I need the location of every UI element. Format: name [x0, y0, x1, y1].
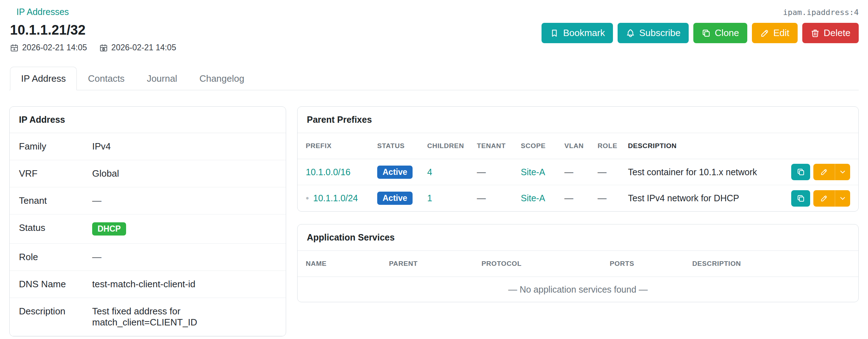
description-cell: Test IPv4 network for DHCP: [628, 193, 782, 203]
column-header: DESCRIPTION: [628, 142, 782, 150]
description-cell: Test container for 10.1.x network: [628, 167, 782, 177]
prefix-row: 10.1.0.0/16 Active 4 — Site-A — — Test c…: [298, 159, 858, 185]
attr-value: IPv4: [92, 141, 276, 152]
copy-icon: [797, 194, 805, 203]
attr-value: Global: [92, 168, 276, 179]
attr-row-dns-name: DNS Name test-match-client-client-id: [10, 271, 286, 298]
attr-label: Description: [19, 306, 92, 328]
breadcrumb[interactable]: IP Addresses: [16, 6, 69, 17]
tab-bar: IP Address Contacts Journal Changelog: [9, 67, 859, 90]
tab-contacts[interactable]: Contacts: [77, 67, 136, 90]
attr-value: —: [92, 195, 276, 206]
page-header: 10.1.1.21/32 2026-02-21 14:05 2026-02-21…: [0, 17, 868, 52]
clone-button[interactable]: Clone: [693, 23, 747, 43]
children-count-link[interactable]: 4: [427, 167, 432, 177]
updated-date: 2026-02-21 14:05: [99, 43, 176, 52]
column-header: PORTS: [610, 260, 692, 268]
prefix-link[interactable]: 10.1.0.0/16: [306, 167, 350, 177]
column-header: STATUS: [377, 142, 427, 150]
right-column: Parent Prefixes PREFIX STATUS CHILDREN T…: [297, 106, 859, 302]
attr-label: Family: [19, 141, 92, 152]
chevron-down-icon: [839, 194, 847, 202]
scope-link[interactable]: Site-A: [521, 193, 545, 203]
topbar: IP Addresses ipam.ipaddress:4: [0, 0, 868, 17]
attr-value: test-match-client-client-id: [92, 279, 276, 290]
bookmark-button[interactable]: Bookmark: [542, 23, 613, 43]
main-content: IP Address Family IPv4 VRF Global Tenant…: [0, 90, 868, 337]
created-date-icon: [10, 44, 19, 52]
tenant-cell: —: [477, 167, 521, 177]
edit-dropdown-toggle[interactable]: [835, 190, 850, 207]
chevron-down-icon: [839, 168, 847, 176]
tab-ip-address[interactable]: IP Address: [10, 67, 77, 90]
subscribe-label: Subscribe: [639, 27, 680, 39]
attr-value: Test fixed address for match_client=CLIE…: [92, 306, 276, 328]
object-id: ipam.ipaddress:4: [783, 8, 859, 17]
updated-date-text: 2026-02-21 14:05: [111, 43, 176, 52]
tenant-cell: —: [477, 193, 521, 203]
role-cell: —: [598, 193, 628, 203]
column-header: NAME: [306, 260, 389, 268]
application-services-panel: Application Services NAME PARENT PROTOCO…: [297, 224, 859, 302]
copy-icon: [797, 168, 805, 176]
edit-label: Edit: [773, 27, 789, 39]
edit-split-button: [813, 190, 850, 207]
bookmark-icon: [550, 29, 559, 38]
copy-prefix-button[interactable]: [791, 164, 810, 180]
attr-row-role: Role —: [10, 244, 286, 271]
dates: 2026-02-21 14:05 2026-02-21 14:05: [10, 43, 176, 52]
edit-prefix-button[interactable]: [813, 190, 835, 207]
edit-dropdown-toggle[interactable]: [835, 164, 850, 180]
parent-prefixes-panel: Parent Prefixes PREFIX STATUS CHILDREN T…: [297, 106, 859, 212]
status-badge: DHCP: [92, 222, 126, 236]
edit-split-button: [813, 164, 850, 180]
prefix-status-badge: Active: [377, 192, 413, 205]
clone-icon: [702, 29, 711, 38]
created-date-text: 2026-02-21 14:05: [22, 43, 87, 52]
clone-label: Clone: [715, 27, 739, 39]
application-services-title: Application Services: [298, 224, 858, 251]
bell-icon: [626, 29, 635, 38]
subscribe-button[interactable]: Subscribe: [618, 23, 689, 43]
pencil-icon: [820, 168, 828, 176]
ip-address-panel-title: IP Address: [10, 107, 286, 133]
depth-indicator: •: [306, 193, 309, 203]
attr-row-vrf: VRF Global: [10, 160, 286, 187]
pencil-icon: [820, 194, 828, 202]
prefix-row: •10.1.1.0/24 Active 1 — Site-A — — Test …: [298, 185, 858, 211]
column-header: CHILDREN: [427, 142, 477, 150]
tab-journal[interactable]: Journal: [136, 67, 188, 90]
empty-state-message: — No application services found —: [298, 277, 858, 302]
children-count-link[interactable]: 1: [427, 193, 432, 203]
attr-row-description: Description Test fixed address for match…: [10, 298, 286, 336]
attr-row-status: Status DHCP: [10, 214, 286, 244]
pencil-icon: [760, 29, 769, 38]
prefix-link[interactable]: 10.1.1.0/24: [313, 193, 358, 203]
prefix-status-badge: Active: [377, 166, 413, 179]
scope-link[interactable]: Site-A: [521, 167, 545, 177]
row-actions: [782, 190, 850, 207]
parent-prefixes-title: Parent Prefixes: [298, 107, 858, 133]
attr-label: VRF: [19, 168, 92, 179]
delete-button[interactable]: Delete: [802, 23, 859, 43]
vlan-cell: —: [564, 167, 598, 177]
edit-button[interactable]: Edit: [752, 23, 798, 43]
attr-label: DNS Name: [19, 279, 92, 290]
application-services-header-row: NAME PARENT PROTOCOL PORTS DESCRIPTION: [298, 251, 858, 277]
copy-prefix-button[interactable]: [791, 190, 810, 207]
trash-icon: [810, 29, 820, 38]
parent-prefixes-header-row: PREFIX STATUS CHILDREN TENANT SCOPE VLAN…: [298, 133, 858, 159]
attr-row-tenant: Tenant —: [10, 187, 286, 214]
edit-prefix-button[interactable]: [813, 164, 835, 180]
tab-changelog[interactable]: Changelog: [188, 67, 255, 90]
column-header: PREFIX: [306, 142, 377, 150]
attr-value: —: [92, 252, 276, 263]
delete-label: Delete: [824, 27, 850, 39]
attr-label: Tenant: [19, 195, 92, 206]
column-header: DESCRIPTION: [692, 260, 850, 268]
column-header: TENANT: [477, 142, 521, 150]
attr-label: Role: [19, 252, 92, 263]
column-header: PARENT: [389, 260, 482, 268]
column-header: ROLE: [598, 142, 628, 150]
updated-date-icon: [99, 44, 108, 52]
